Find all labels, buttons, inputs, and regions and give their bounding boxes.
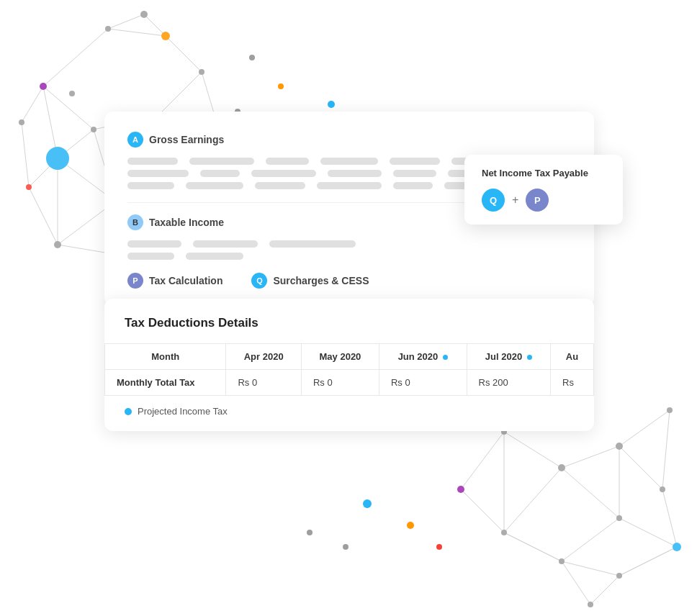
svg-line-60: [619, 410, 670, 446]
svg-point-79: [363, 499, 372, 508]
svg-point-36: [26, 184, 32, 190]
svg-point-81: [436, 544, 442, 550]
svg-line-46: [662, 489, 677, 547]
svg-point-32: [46, 147, 69, 170]
tax-deductions-table: Month Apr 2020 May 2020 Jun 2020 Jul 202…: [104, 343, 594, 396]
svg-line-51: [562, 468, 619, 518]
col-may: May 2020: [301, 344, 379, 370]
svg-line-55: [504, 533, 562, 561]
svg-point-29: [199, 69, 204, 75]
lower-card: Tax Deductions Details Month Apr 2020 Ma…: [104, 299, 594, 431]
row-au: Rs: [551, 370, 594, 396]
svg-point-41: [19, 119, 24, 125]
svg-point-33: [54, 241, 61, 248]
svg-line-25: [22, 122, 29, 187]
svg-line-59: [662, 410, 670, 489]
svg-line-61: [619, 547, 677, 576]
row-jul: Rs 200: [467, 370, 550, 396]
svg-line-47: [619, 547, 677, 576]
svg-point-87: [249, 55, 255, 60]
gross-earnings-section: A Gross Earnings: [127, 132, 571, 148]
svg-point-68: [673, 543, 681, 551]
svg-point-76: [328, 101, 335, 108]
projected-label: Projected Income Tax: [138, 406, 228, 417]
jul-dot: [527, 355, 532, 360]
gross-earnings-title: Gross Earnings: [149, 134, 224, 145]
tax-calculation-label: P Tax Calculation: [127, 273, 222, 289]
svg-line-22: [108, 14, 144, 29]
svg-line-56: [504, 468, 562, 533]
formula-q-badge: Q: [482, 189, 505, 212]
svg-point-77: [278, 83, 284, 89]
col-au: Au: [551, 344, 594, 370]
row-apr: Rs 0: [226, 370, 302, 396]
svg-line-49: [504, 533, 562, 561]
net-income-card: Net Income Tax Payable Q + P: [464, 155, 623, 225]
svg-line-5: [43, 29, 108, 86]
svg-line-3: [166, 36, 202, 72]
svg-point-40: [140, 11, 148, 18]
bottom-labels: P Tax Calculation Q Surcharges & CESS: [127, 273, 571, 289]
projected-dot: [125, 408, 132, 415]
table-header-row: Month Apr 2020 May 2020 Jun 2020 Jul 202…: [105, 344, 594, 370]
svg-line-43: [504, 432, 562, 468]
col-month: Month: [105, 344, 226, 370]
upper-card: A Gross Earnings: [104, 112, 594, 306]
table-row: Monthly Total Tax Rs 0 Rs 0 Rs 0 Rs 200 …: [105, 370, 594, 396]
svg-point-67: [660, 486, 665, 492]
svg-line-57: [461, 432, 504, 489]
svg-point-31: [105, 26, 111, 32]
tax-calc-badge: P: [127, 273, 143, 289]
svg-point-27: [91, 127, 96, 132]
surcharges-title: Surcharges & CESS: [273, 275, 369, 286]
net-income-title: Net Income Tax Payable: [482, 168, 603, 178]
svg-line-62: [590, 576, 619, 604]
svg-line-17: [29, 158, 58, 187]
svg-point-74: [667, 407, 673, 413]
taxable-income-skeleton: [127, 240, 571, 260]
tax-deductions-title: Tax Deductions Details: [104, 316, 594, 343]
svg-point-42: [69, 91, 75, 96]
svg-line-18: [29, 187, 58, 245]
svg-point-83: [307, 530, 312, 535]
svg-line-58: [461, 489, 504, 533]
table-wrap: Month Apr 2020 May 2020 Jun 2020 Jul 202…: [104, 343, 594, 396]
net-income-formula: Q + P: [482, 189, 603, 212]
svg-point-30: [161, 32, 170, 40]
svg-line-0: [43, 86, 94, 130]
projected-row: Projected Income Tax: [104, 396, 594, 417]
svg-line-24: [22, 86, 43, 122]
surcharges-label: Q Surcharges & CESS: [251, 273, 369, 289]
svg-line-53: [619, 518, 677, 547]
col-apr: Apr 2020: [226, 344, 302, 370]
row-label: Monthly Total Tax: [105, 370, 226, 396]
taxable-income-title: Taxable Income: [149, 217, 224, 228]
svg-point-80: [407, 522, 414, 529]
svg-line-44: [562, 446, 619, 468]
gross-earnings-badge: A: [127, 132, 143, 148]
svg-point-75: [588, 602, 593, 607]
row-may: Rs 0: [301, 370, 379, 396]
svg-line-45: [619, 446, 662, 489]
svg-line-48: [562, 561, 619, 576]
svg-line-7: [58, 130, 94, 158]
taxable-income-badge: B: [127, 214, 143, 230]
svg-point-66: [616, 443, 623, 450]
row-jun: Rs 0: [379, 370, 467, 396]
svg-point-73: [457, 486, 464, 493]
svg-point-82: [343, 544, 348, 550]
svg-line-6: [43, 86, 58, 158]
svg-line-54: [562, 518, 619, 561]
surcharges-badge: Q: [251, 273, 267, 289]
formula-plus: +: [512, 194, 518, 207]
formula-p-badge: P: [526, 189, 549, 212]
col-jul: Jul 2020: [467, 344, 550, 370]
svg-line-4: [108, 29, 166, 36]
svg-line-23: [144, 14, 202, 72]
svg-point-26: [40, 83, 47, 90]
svg-point-65: [558, 464, 565, 471]
col-jun: Jun 2020: [379, 344, 467, 370]
svg-line-63: [562, 561, 590, 604]
jun-dot: [443, 355, 448, 360]
tax-calc-title: Tax Calculation: [149, 275, 222, 286]
